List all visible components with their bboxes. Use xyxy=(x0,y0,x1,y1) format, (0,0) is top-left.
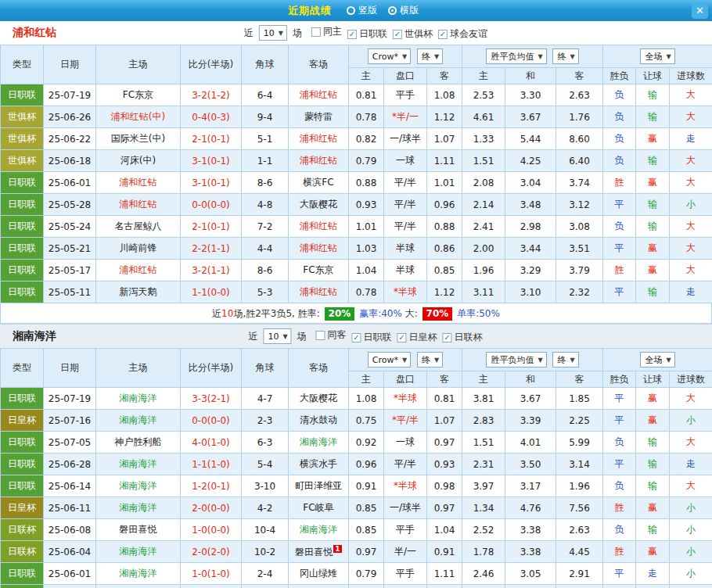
euro-draw-odds: 3.67 xyxy=(505,106,556,128)
euro-odds-group-header: 胜平负均值▼ 终▼ xyxy=(462,45,603,68)
asian-away-odds: 0.97 xyxy=(427,432,462,454)
euro-away-odds: 3.14 xyxy=(556,454,603,475)
euro-away-odds: 3.09 xyxy=(556,585,603,588)
euro-home-odds: 3.81 xyxy=(462,388,505,410)
match-row: 日职联25-05-28浦和红钻0-0(0-0)4-8大阪樱花0.93平/半0.9… xyxy=(1,194,712,216)
filter-checkbox-日职联[interactable]: ✓日职联 xyxy=(347,27,387,41)
match-count-select[interactable]: 10 ▼ xyxy=(259,25,287,41)
corner-score: 3-5 xyxy=(242,585,289,588)
match-score: 3-1(0-1) xyxy=(181,150,242,172)
col-home: 主场 xyxy=(96,349,181,388)
match-score: 2-0(2-0) xyxy=(181,541,242,563)
match-row: 日职联25-06-14湘南海洋1-2(0-1)3-10町田泽维亚0.91*半球0… xyxy=(1,475,712,497)
layout-radio-vertical[interactable]: 竖版 xyxy=(347,4,377,17)
filter-checkbox-日皇杯[interactable]: ✓日皇杯 xyxy=(397,331,437,344)
away-team: 磐田喜悦1 xyxy=(289,541,349,563)
match-score: 4-0(1-0) xyxy=(181,432,242,454)
checkbox-checked-icon[interactable]: ✓ xyxy=(352,333,361,342)
result-handicap: 输 xyxy=(636,454,670,475)
asian-home-odds: 1.04 xyxy=(349,260,384,281)
euro-draw-odds: 3.48 xyxy=(505,194,556,216)
asian-away-odds: 0.86 xyxy=(427,238,462,260)
filter-group-1: 同客✓日职联✓日皇杯✓日联杯 xyxy=(311,328,483,344)
euro-avg-select[interactable]: 胜平负均值▼ xyxy=(486,352,546,368)
asian-away-odds: 1.07 xyxy=(427,410,462,432)
close-icon[interactable]: ✕ xyxy=(692,2,708,19)
euro-draw-odds: 3.04 xyxy=(505,172,556,194)
chevron-down-icon: ▼ xyxy=(538,53,542,60)
radio-icon xyxy=(347,6,355,15)
summary-text: 近 xyxy=(212,308,221,319)
corner-score: 10-2 xyxy=(242,541,289,563)
bookmaker-select[interactable]: Crow*▼ xyxy=(368,352,411,368)
euro-draw-odds: 4.25 xyxy=(505,150,556,172)
fulltime-select[interactable]: 全场▼ xyxy=(640,352,674,368)
checkbox-checked-icon[interactable]: ✓ xyxy=(443,333,452,342)
euro-draw-odds: 3.38 xyxy=(505,519,556,541)
away-team: FC东京 xyxy=(289,260,349,281)
match-date: 25-05-11 xyxy=(44,281,96,303)
filter-checkbox-同主[interactable]: 同主 xyxy=(311,25,342,38)
filter-label: 世俱杯 xyxy=(405,27,433,41)
checkbox-checked-icon[interactable]: ✓ xyxy=(393,30,402,39)
stage-value: 终 xyxy=(422,51,430,63)
euro-stage-select[interactable]: 终▼ xyxy=(552,352,578,368)
col-corner: 角球 xyxy=(242,45,289,84)
result-handicap: 输 xyxy=(636,475,670,497)
asian-stage-select[interactable]: 终▼ xyxy=(417,352,443,368)
filter-checkbox-世俱杯[interactable]: ✓世俱杯 xyxy=(393,27,433,41)
fulltime-select[interactable]: 全场▼ xyxy=(640,48,674,64)
home-team: 湘南海洋 xyxy=(96,497,181,519)
match-date: 25-06-28 xyxy=(44,454,96,475)
away-team: 浦和红钻 xyxy=(289,84,349,106)
corner-score: 1-1 xyxy=(242,150,289,172)
filter-checkbox-日联杯[interactable]: ✓日联杯 xyxy=(443,331,483,344)
result-goals: 走 xyxy=(670,281,712,303)
checkbox-checked-icon[interactable]: ✓ xyxy=(397,333,407,342)
corner-score: 2-4 xyxy=(242,563,289,585)
filter-checkbox-同客[interactable]: 同客 xyxy=(316,328,347,342)
match-count-select[interactable]: 10 ▼ xyxy=(263,328,291,344)
asian-handicap: *半球 xyxy=(384,475,427,497)
checkbox-icon[interactable] xyxy=(311,27,321,37)
checkbox-icon[interactable] xyxy=(316,331,325,340)
col-asian-home: 主 xyxy=(349,371,384,388)
league-badge: 日职联 xyxy=(1,432,44,454)
result-handicap: 赢 xyxy=(636,260,670,281)
col-asian-line: 盘口 xyxy=(384,68,427,84)
asian-stage-select[interactable]: 终▼ xyxy=(417,48,443,64)
euro-home-odds: 2.08 xyxy=(462,172,505,194)
result-wdl: 平 xyxy=(603,454,636,475)
filter-checkbox-球会友谊[interactable]: ✓球会友谊 xyxy=(438,27,487,41)
corner-score: 4-7 xyxy=(242,388,289,410)
stage-value: 终 xyxy=(422,354,430,366)
layout-radio-horizontal[interactable]: 横版 xyxy=(388,4,419,17)
result-wdl: 负 xyxy=(603,150,636,172)
filter-checkbox-日职联[interactable]: ✓日职联 xyxy=(352,331,392,344)
euro-away-odds: 1.85 xyxy=(556,388,603,410)
asian-away-odds: 1.04 xyxy=(427,519,462,541)
league-badge: 日职联 xyxy=(1,84,44,106)
asian-handicap: 平/半 xyxy=(384,172,427,194)
euro-home-odds: 1.78 xyxy=(462,541,505,563)
filter-label: 球会友谊 xyxy=(450,27,487,41)
euro-stage-select[interactable]: 终▼ xyxy=(552,48,578,64)
result-goals: 小 xyxy=(670,410,712,432)
away-team: 湘南海洋 xyxy=(289,585,349,588)
home-team: 湘南海洋 xyxy=(96,410,181,432)
asian-home-odds: 0.92 xyxy=(349,432,384,454)
euro-avg-select[interactable]: 胜平负均值▼ xyxy=(486,48,546,64)
asian-away-odds: 0.93 xyxy=(427,585,462,588)
corner-score: 4-4 xyxy=(242,238,289,260)
match-score: 3-3(2-1) xyxy=(181,388,242,410)
asian-home-odds: 0.85 xyxy=(349,519,384,541)
euro-away-odds: 2.91 xyxy=(556,563,603,585)
match-date: 25-06-26 xyxy=(44,106,96,128)
checkbox-checked-icon[interactable]: ✓ xyxy=(347,30,357,39)
bookmaker-select[interactable]: Crow*▼ xyxy=(368,48,411,64)
asian-away-odds: 0.96 xyxy=(427,194,462,216)
asian-handicap: 一/球半 xyxy=(384,497,427,519)
checkbox-checked-icon[interactable]: ✓ xyxy=(438,30,448,39)
chevron-down-icon: ▼ xyxy=(282,333,287,340)
asian-home-odds: 0.82 xyxy=(349,128,384,150)
